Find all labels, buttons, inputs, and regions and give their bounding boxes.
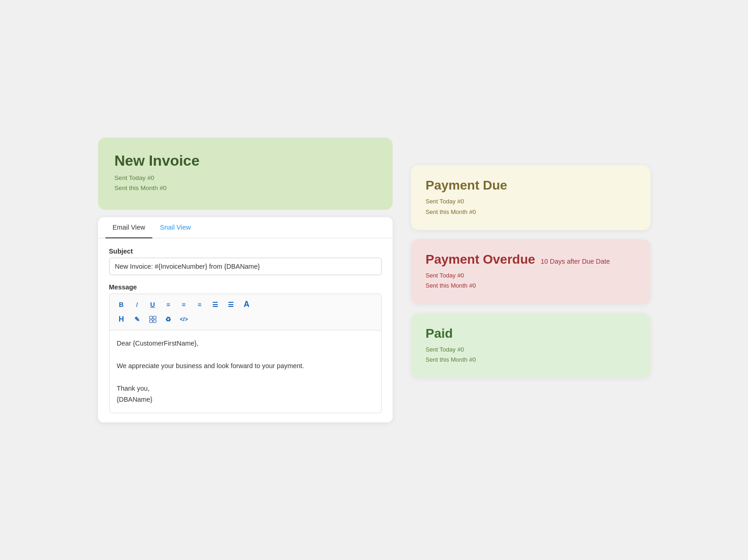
subject-label: Subject <box>109 248 382 255</box>
editor-body[interactable]: Dear {CustomerFirstName}, We appreciate … <box>109 330 382 413</box>
payment-due-card: Payment Due Sent Today #0 Sent this Mont… <box>411 165 650 230</box>
tab-email-view[interactable]: Email View <box>105 217 153 238</box>
payment-due-stat1: Sent Today #0 <box>426 196 636 207</box>
payment-due-stat2: Sent this Month #0 <box>426 207 636 217</box>
pen-button[interactable]: ✎ <box>130 312 145 326</box>
svg-rect-2 <box>150 320 152 323</box>
email-line1: Dear {CustomerFirstName}, <box>117 338 374 349</box>
subject-input[interactable] <box>109 258 382 275</box>
font-size-button[interactable]: A <box>239 298 254 312</box>
toolbar-row-2: H ✎ ♻ </> <box>114 312 377 326</box>
payment-overdue-stat1: Sent Today #0 <box>426 271 636 281</box>
tabs-header: Email View Snail View <box>98 217 393 238</box>
underline-button[interactable]: U <box>145 298 160 312</box>
align-right-button[interactable]: ≡ <box>192 298 207 312</box>
heading-button[interactable]: H <box>114 312 129 326</box>
svg-rect-0 <box>150 316 152 319</box>
payment-overdue-card: Payment Overdue 10 Days after Due Date S… <box>411 239 650 304</box>
svg-rect-1 <box>153 316 156 319</box>
new-invoice-card: New Invoice Sent Today #0 Sent this Mont… <box>98 138 393 210</box>
paid-card: Paid Sent Today #0 Sent this Month #0 <box>411 313 650 378</box>
code-button[interactable]: </> <box>177 312 191 326</box>
email-line2: We appreciate your business and look for… <box>117 360 374 371</box>
table-button[interactable] <box>145 312 160 326</box>
form-area: Subject Message B I U ≡ ≡ ≡ ☰ ☰ A <box>98 238 393 422</box>
tab-snail-view[interactable]: Snail View <box>152 217 198 238</box>
list-ul-button[interactable]: ☰ <box>208 298 223 312</box>
editor-toolbar: B I U ≡ ≡ ≡ ☰ ☰ A H ✎ <box>109 294 382 330</box>
payment-overdue-title: Payment Overdue <box>426 252 535 267</box>
recycle-button[interactable]: ♻ <box>161 312 176 326</box>
toolbar-row-1: B I U ≡ ≡ ≡ ☰ ☰ A <box>114 298 377 312</box>
align-center-button[interactable]: ≡ <box>177 298 191 312</box>
left-panel: New Invoice Sent Today #0 Sent this Mont… <box>98 138 393 422</box>
message-label: Message <box>109 283 382 291</box>
email-line4: {DBAName} <box>117 394 374 405</box>
main-container: New Invoice Sent Today #0 Sent this Mont… <box>98 138 650 422</box>
italic-button[interactable]: I <box>130 298 145 312</box>
paid-title: Paid <box>426 326 636 341</box>
payment-due-title: Payment Due <box>426 178 636 193</box>
email-line3: Thank you, <box>117 383 374 394</box>
payment-overdue-stat2: Sent this Month #0 <box>426 281 636 291</box>
email-form-card: Email View Snail View Subject Message B … <box>98 217 393 422</box>
align-left-button[interactable]: ≡ <box>161 298 176 312</box>
new-invoice-stat1: Sent Today #0 <box>115 173 376 183</box>
new-invoice-title: New Invoice <box>115 152 376 169</box>
overdue-badge: 10 Days after Due Date <box>541 258 610 265</box>
right-panel: Payment Due Sent Today #0 Sent this Mont… <box>411 138 650 378</box>
svg-rect-3 <box>153 320 156 323</box>
paid-stat2: Sent this Month #0 <box>426 355 636 365</box>
new-invoice-stat2: Sent this Month #0 <box>115 183 376 193</box>
paid-stat1: Sent Today #0 <box>426 345 636 355</box>
list-ol-button[interactable]: ☰ <box>224 298 238 312</box>
bold-button[interactable]: B <box>114 298 129 312</box>
